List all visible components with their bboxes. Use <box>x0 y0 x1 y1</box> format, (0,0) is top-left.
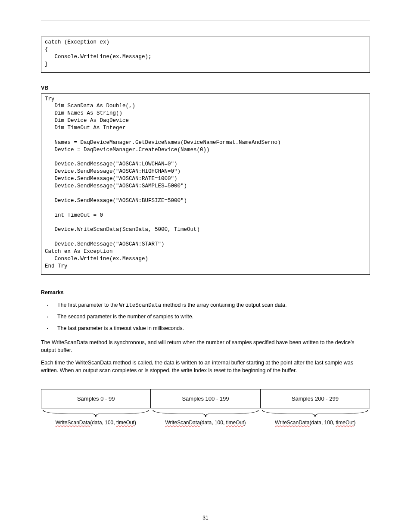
wavy-text: WriteScanData <box>165 420 199 426</box>
paragraph: Each time the WriteScanData method is ca… <box>41 359 370 374</box>
bullet-text-pre: The first parameter to the <box>57 302 119 308</box>
diagram-caption: WriteScanData(data, 100, timeOut) <box>260 420 370 426</box>
brace-icon <box>260 409 370 419</box>
caption-text: (data, 100, <box>200 420 226 426</box>
bottom-rule <box>41 512 370 512</box>
caption-text: ) <box>244 420 246 426</box>
code-block-vb: Try Dim ScanData As Double(,) Dim Names … <box>41 93 370 275</box>
caption-text: (data, 100, <box>90 420 116 426</box>
list-item: The second parameter is the number of sa… <box>52 313 370 320</box>
vb-label: VB <box>41 85 370 91</box>
brace-icon <box>41 409 151 419</box>
wavy-text: timeOut <box>336 420 354 426</box>
brace-row <box>41 409 370 419</box>
diagram-boxes-row: Samples 0 - 99 Samples 100 - 199 Samples… <box>41 389 370 408</box>
caption-text: (data, 100, <box>310 420 336 426</box>
wavy-text: WriteScanData <box>56 420 90 426</box>
code-block-csharp-catch: catch (Exception ex) { Console.WriteLine… <box>41 37 370 73</box>
wavy-text: timeOut <box>226 420 244 426</box>
wavy-text: timeOut <box>116 420 134 426</box>
list-item: The first parameter to the WriteScanData… <box>52 302 370 309</box>
list-item: The last parameter is a timeout value in… <box>52 325 370 332</box>
wavy-text: WriteScanData <box>275 420 309 426</box>
diagram-box: Samples 100 - 199 <box>151 389 260 408</box>
diagram-box: Samples 0 - 99 <box>41 389 151 408</box>
caption-row: WriteScanData(data, 100, timeOut) WriteS… <box>41 420 370 426</box>
page-number: 31 <box>41 515 370 521</box>
brace-icon <box>151 409 261 419</box>
caption-text: ) <box>134 420 136 426</box>
inline-code: WriteScanData <box>119 302 162 308</box>
paragraph: The WriteScanData method is synchronous,… <box>41 339 370 354</box>
top-rule <box>41 21 370 21</box>
diagram-box: Samples 200 - 299 <box>261 389 370 408</box>
diagram-caption: WriteScanData(data, 100, timeOut) <box>41 420 151 426</box>
bullet-text-post: method is the array containing the outpu… <box>161 302 286 308</box>
caption-text: ) <box>354 420 355 426</box>
remarks-heading: Remarks <box>41 289 370 296</box>
buffer-diagram: Samples 0 - 99 Samples 100 - 199 Samples… <box>41 389 370 426</box>
remarks-list: The first parameter to the WriteScanData… <box>41 302 370 333</box>
diagram-caption: WriteScanData(data, 100, timeOut) <box>151 420 261 426</box>
